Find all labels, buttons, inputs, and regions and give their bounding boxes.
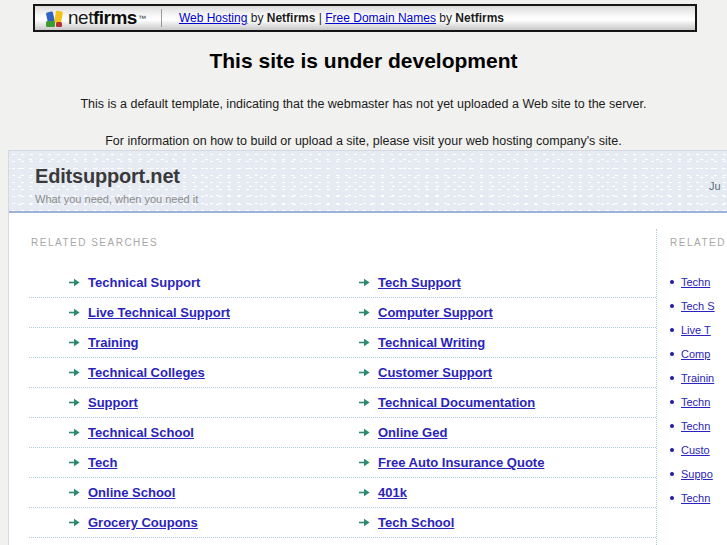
sidebar-search-link[interactable]: Tech S — [681, 300, 715, 312]
sidebar-list-item: Custo — [657, 438, 715, 462]
arrow-bullet-icon — [69, 308, 80, 317]
dot-bullet-icon — [670, 496, 674, 500]
free-domain-names-link[interactable]: Free Domain Names — [325, 11, 436, 25]
related-search-link[interactable]: Technical Support — [88, 275, 200, 290]
related-search-row: Support Technical Documentation — [29, 388, 656, 418]
banner-divider — [161, 9, 162, 27]
logo-text-net: net — [68, 7, 93, 29]
site-domain-title: Editsupport.net — [35, 165, 180, 188]
sidebar-search-link[interactable]: Techn — [681, 420, 710, 432]
related-search-link[interactable]: Live Technical Support — [88, 305, 230, 320]
sidebar-search-link[interactable]: Techn — [681, 492, 710, 504]
pipe-separator: | — [319, 11, 322, 25]
arrow-bullet-icon — [69, 458, 80, 467]
related-search-row: Edit Cheap Car Insurance — [29, 538, 656, 545]
related-searches-label: RELATED SEARCHES — [31, 237, 158, 248]
arrow-bullet-icon — [69, 368, 80, 377]
arrow-bullet-icon — [359, 308, 370, 317]
related-search-row: Grocery Coupons Tech School — [29, 508, 656, 538]
dot-bullet-icon — [670, 472, 674, 476]
related-search-link[interactable]: Tech School — [378, 515, 454, 530]
related-search-link[interactable]: Free Auto Insurance Quote — [378, 455, 544, 470]
arrow-bullet-icon — [359, 278, 370, 287]
arrow-bullet-icon — [69, 518, 80, 527]
dot-bullet-icon — [670, 400, 674, 404]
sidebar-list-item: Techn — [657, 270, 715, 294]
sidebar-list-item: Techn — [657, 486, 715, 510]
arrow-bullet-icon — [359, 488, 370, 497]
dot-bullet-icon — [670, 424, 674, 428]
page-title: This site is under development — [0, 49, 727, 73]
related-search-row: Technical Colleges Customer Support — [29, 358, 656, 388]
web-hosting-link[interactable]: Web Hosting — [179, 11, 247, 25]
related-search-link[interactable]: Training — [88, 335, 139, 350]
sidebar-list-item: Live T — [657, 318, 715, 342]
related-searches-list: Technical Support Tech Support Live Tech… — [29, 268, 656, 545]
related-searches-sidebar: RELATED SEARCHES Techn Tech S Live T Com… — [656, 229, 727, 545]
sidebar-search-list: Techn Tech S Live T Comp Trainin Techn T… — [657, 270, 715, 510]
arrow-bullet-icon — [69, 338, 80, 347]
notice-line-2: For information on how to build or uploa… — [0, 134, 727, 148]
sidebar-search-link[interactable]: Comp — [681, 348, 710, 360]
related-search-link[interactable]: Technical Writing — [378, 335, 485, 350]
logo-text-firms: firms — [93, 7, 137, 29]
related-search-link[interactable]: Customer Support — [378, 365, 492, 380]
related-search-link[interactable]: Tech — [88, 455, 117, 470]
netfirms-logo[interactable]: netfirms™ — [45, 7, 146, 29]
sidebar-search-link[interactable]: Techn — [681, 276, 710, 288]
dot-bullet-icon — [670, 448, 674, 452]
arrow-bullet-icon — [69, 398, 80, 407]
sidebar-list-item: Trainin — [657, 366, 715, 390]
arrow-bullet-icon — [69, 428, 80, 437]
logo-trademark: ™ — [138, 14, 146, 23]
netfirms-brand-text: Netfirms — [455, 11, 504, 25]
related-search-link[interactable]: Technical Colleges — [88, 365, 205, 380]
parked-site-card: Editsupport.net What you need, when you … — [8, 150, 727, 545]
related-search-link[interactable]: Grocery Coupons — [88, 515, 198, 530]
related-search-row: Technical Support Tech Support — [29, 268, 656, 298]
related-search-link[interactable]: Technical School — [88, 425, 194, 440]
sidebar-search-link[interactable]: Custo — [681, 444, 710, 456]
related-search-row: Training Technical Writing — [29, 328, 656, 358]
related-search-row: Online School 401k — [29, 478, 656, 508]
by-text: by — [439, 11, 452, 25]
related-search-row: Tech Free Auto Insurance Quote — [29, 448, 656, 478]
arrow-bullet-icon — [69, 488, 80, 497]
related-search-row: Technical School Online Ged — [29, 418, 656, 448]
related-search-link[interactable]: Online Ged — [378, 425, 447, 440]
arrow-bullet-icon — [359, 398, 370, 407]
sidebar-search-link[interactable]: Techn — [681, 396, 710, 408]
arrow-bullet-icon — [69, 278, 80, 287]
arrow-bullet-icon — [359, 458, 370, 467]
by-text: by — [251, 11, 264, 25]
sidebar-list-item: Comp — [657, 342, 715, 366]
related-search-link[interactable]: Tech Support — [378, 275, 461, 290]
dot-bullet-icon — [670, 352, 674, 356]
arrow-bullet-icon — [359, 368, 370, 377]
site-header-band: Editsupport.net What you need, when you … — [9, 151, 727, 213]
site-tagline: What you need, when you need it — [35, 193, 198, 205]
related-search-link[interactable]: Online School — [88, 485, 175, 500]
sidebar-search-link[interactable]: Trainin — [681, 372, 714, 384]
banner-promo-text: Web Hosting by Netfirms | Free Domain Na… — [179, 11, 504, 25]
sidebar-search-link[interactable]: Suppo — [681, 468, 713, 480]
dot-bullet-icon — [670, 376, 674, 380]
netfirms-logo-icon — [45, 9, 65, 28]
arrow-bullet-icon — [359, 518, 370, 527]
sidebar-list-item: Tech S — [657, 294, 715, 318]
related-search-link[interactable]: Support — [88, 395, 138, 410]
dot-bullet-icon — [670, 304, 674, 308]
related-search-link[interactable]: Technical Documentation — [378, 395, 535, 410]
sidebar-search-link[interactable]: Live T — [681, 324, 711, 336]
arrow-bullet-icon — [359, 428, 370, 437]
related-search-link[interactable]: Computer Support — [378, 305, 493, 320]
netfirms-brand-text: Netfirms — [267, 11, 316, 25]
sidebar-list-item: Suppo — [657, 462, 715, 486]
sidebar-related-searches-label: RELATED SEARCHES — [670, 237, 727, 248]
netfirms-banner: netfirms™ Web Hosting by Netfirms | Free… — [33, 4, 697, 32]
sidebar-list-item: Techn — [657, 390, 715, 414]
related-search-link[interactable]: 401k — [378, 485, 407, 500]
dot-bullet-icon — [670, 328, 674, 332]
related-search-row: Live Technical Support Computer Support — [29, 298, 656, 328]
sidebar-list-item: Techn — [657, 414, 715, 438]
